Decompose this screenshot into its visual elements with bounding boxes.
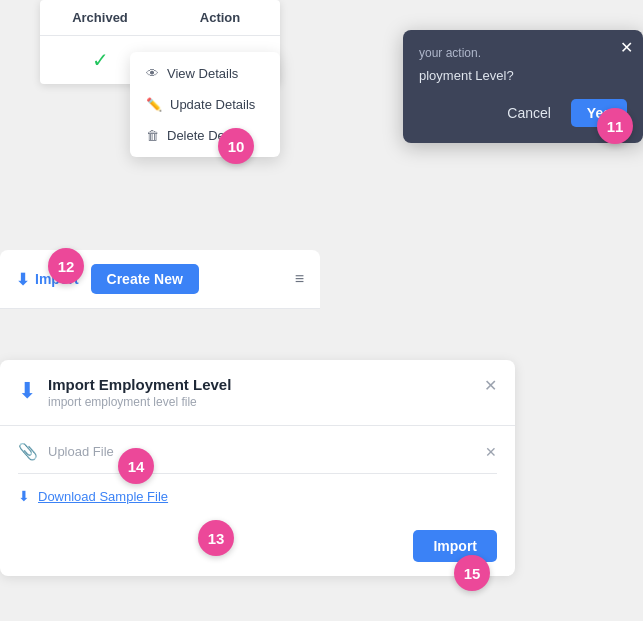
- import-panel-body: 📎 Upload File ✕ ⬇ Download Sample File: [0, 426, 515, 520]
- modal-subtitle: your action.: [419, 46, 627, 60]
- import-panel-footer: Import: [0, 520, 515, 576]
- cancel-button[interactable]: Cancel: [495, 99, 563, 127]
- table-section: Archived Action ✓ ⋮ 👁 View Details ✏️ Up…: [40, 0, 280, 84]
- import-panel-title: Import Employment Level: [48, 376, 231, 393]
- import-panel-header: ⬇ Import Employment Level import employm…: [0, 360, 515, 426]
- badge-11: 11: [597, 108, 633, 144]
- col-action: Action: [160, 0, 280, 35]
- badge-12: 12: [48, 248, 84, 284]
- badge-number-11: 11: [597, 108, 633, 144]
- import-panel: ⬇ Import Employment Level import employm…: [0, 360, 515, 576]
- menu-item-view-details[interactable]: 👁 View Details: [130, 58, 280, 89]
- badge-number-13: 13: [198, 520, 234, 556]
- badge-15: 15: [454, 555, 490, 591]
- download-sample-link[interactable]: Download Sample File: [38, 489, 168, 504]
- archived-check-icon: ✓: [92, 48, 109, 72]
- dropdown-menu: 👁 View Details ✏️ Update Details 🗑 Delet…: [130, 52, 280, 157]
- import-panel-icon: ⬇: [18, 378, 36, 404]
- menu-label-update: Update Details: [170, 97, 255, 112]
- badge-number-12: 12: [48, 248, 84, 284]
- menu-item-delete-details[interactable]: 🗑 Delete Details: [130, 120, 280, 151]
- create-new-button[interactable]: Create New: [91, 264, 199, 294]
- badge-number-15: 15: [454, 555, 490, 591]
- badge-14: 14: [118, 448, 154, 484]
- download-row: ⬇ Download Sample File: [18, 488, 497, 504]
- download-icon: ⬇: [18, 488, 30, 504]
- filter-icon[interactable]: ≡: [295, 270, 304, 288]
- badge-13: 13: [198, 520, 234, 556]
- import-panel-subtitle: import employment level file: [48, 395, 231, 409]
- modal-actions: Cancel Yes: [419, 99, 627, 127]
- modal-question: ployment Level?: [419, 68, 627, 83]
- badge-10: 10: [218, 128, 254, 164]
- trash-icon: 🗑: [146, 128, 159, 143]
- table-header: Archived Action: [40, 0, 280, 36]
- upload-clear-button[interactable]: ✕: [485, 444, 497, 460]
- import-down-icon: ⬇: [16, 270, 29, 289]
- menu-item-update-details[interactable]: ✏️ Update Details: [130, 89, 280, 120]
- upload-row: 📎 Upload File ✕: [18, 442, 497, 474]
- paperclip-icon: 📎: [18, 442, 38, 461]
- badge-number-14: 14: [118, 448, 154, 484]
- import-panel-titles: Import Employment Level import employmen…: [48, 376, 231, 409]
- import-panel-close-button[interactable]: ✕: [484, 376, 497, 395]
- upload-label: Upload File: [48, 444, 475, 459]
- eye-icon: 👁: [146, 66, 159, 81]
- badge-number-10: 10: [218, 128, 254, 164]
- col-archived: Archived: [40, 0, 160, 35]
- pencil-icon: ✏️: [146, 97, 162, 112]
- modal-close-button[interactable]: ✕: [620, 38, 633, 57]
- menu-label-view: View Details: [167, 66, 238, 81]
